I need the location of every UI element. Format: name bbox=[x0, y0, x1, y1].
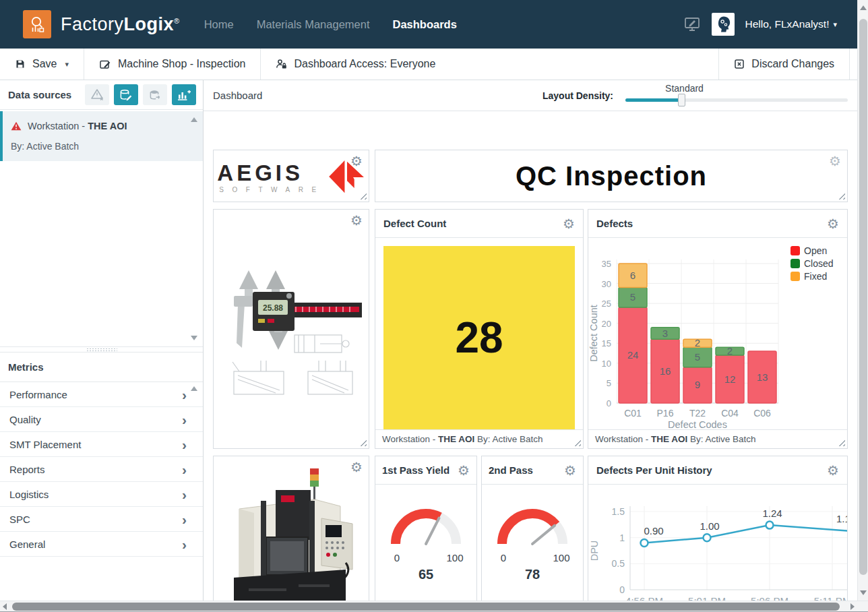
edit-data-source-button[interactable] bbox=[114, 84, 138, 105]
svg-text:5:01 PM: 5:01 PM bbox=[688, 595, 726, 601]
discard-changes-button[interactable]: Discard Changes bbox=[719, 49, 850, 80]
clear-alerts-button[interactable] bbox=[85, 84, 109, 105]
chevron-right-icon: › bbox=[182, 537, 187, 551]
svg-text:25.88: 25.88 bbox=[263, 303, 283, 313]
data-source-list: Workstation - THE AOI By: Active Batch bbox=[0, 111, 203, 347]
horizontal-scroll-thumb[interactable] bbox=[12, 603, 840, 611]
widget-settings-gear[interactable]: ⚙ bbox=[827, 464, 839, 477]
metric-item-reports[interactable]: Reports› bbox=[0, 457, 203, 482]
svg-text:0: 0 bbox=[619, 584, 625, 595]
scroll-down-arrow[interactable] bbox=[860, 590, 867, 595]
dashboard-name-button[interactable]: Machine Shop - Inspection bbox=[84, 49, 261, 80]
metric-item-logistics[interactable]: Logistics› bbox=[0, 482, 203, 507]
layout-density-slider[interactable]: Standard bbox=[625, 84, 848, 107]
page-horizontal-scrollbar[interactable] bbox=[0, 601, 868, 611]
database-arrow-icon bbox=[148, 89, 162, 101]
svg-text:16: 16 bbox=[660, 365, 671, 377]
widget-settings-gear[interactable]: ⚙ bbox=[458, 464, 470, 477]
user-avatar[interactable] bbox=[712, 13, 735, 36]
nav-dashboards[interactable]: Dashboards bbox=[392, 18, 456, 31]
chevron-right-icon: › bbox=[182, 462, 187, 477]
widget-settings-gear[interactable]: ⚙ bbox=[350, 214, 363, 227]
widget-defect-count: Defect Count ⚙ 28 Workstation - THE AOI … bbox=[375, 209, 584, 449]
svg-text:24: 24 bbox=[627, 349, 639, 361]
nav-home[interactable]: Home bbox=[204, 18, 234, 31]
widget-first-pass-yield: 1st Pass Yield ⚙ 010065 Workstation - TH… bbox=[375, 456, 477, 601]
metrics-scroll-up[interactable] bbox=[191, 386, 197, 391]
data-source-item[interactable]: Workstation - THE AOI By: Active Batch bbox=[0, 111, 203, 161]
svg-text:78: 78 bbox=[525, 567, 540, 582]
slider-thumb[interactable] bbox=[678, 94, 685, 106]
widget-footer: Workstation - THE AOI By: Active Batch bbox=[375, 429, 583, 448]
panel-splitter[interactable] bbox=[0, 347, 203, 353]
scroll-up-arrow[interactable] bbox=[860, 5, 867, 10]
svg-text:Fixed: Fixed bbox=[804, 271, 827, 282]
scroll-right-arrow[interactable] bbox=[850, 603, 855, 610]
sidebar: Data sources bbox=[0, 80, 204, 601]
layout-density-value: Standard bbox=[658, 83, 712, 94]
dpu-line-chart: 00.511.54:56 PM5:01 PM5:06 PM5:11 PMDPU0… bbox=[588, 485, 847, 601]
chevron-right-icon: › bbox=[182, 512, 187, 526]
nav-materials-management[interactable]: Materials Management bbox=[257, 18, 370, 31]
svg-text:5: 5 bbox=[695, 351, 700, 363]
defect-count-title: Defect Count bbox=[383, 218, 446, 229]
person-lock-icon bbox=[276, 59, 287, 69]
widget-settings-gear[interactable]: ⚙ bbox=[350, 154, 363, 168]
list-scroll-down[interactable] bbox=[191, 336, 197, 340]
svg-text:0: 0 bbox=[607, 398, 611, 408]
page-vertical-scrollbar[interactable] bbox=[857, 0, 868, 601]
dpu-history-title: Defects Per Unit History bbox=[596, 464, 712, 476]
svg-text:4:56 PM: 4:56 PM bbox=[625, 595, 663, 601]
user-menu[interactable]: Hello, FLxAnalyst!▾ bbox=[745, 18, 837, 30]
display-edit-icon[interactable] bbox=[683, 16, 701, 32]
dashboard-access-button[interactable]: Dashboard Access: Everyone bbox=[261, 49, 719, 80]
svg-text:10: 10 bbox=[602, 359, 611, 369]
warning-remove-icon bbox=[90, 88, 104, 101]
widget-settings-gear[interactable]: ⚙ bbox=[350, 460, 363, 474]
data-sources-title: Data sources bbox=[8, 89, 71, 100]
list-scroll-up[interactable] bbox=[191, 117, 197, 122]
svg-text:35: 35 bbox=[602, 259, 611, 269]
chevron-right-icon: › bbox=[182, 487, 187, 501]
svg-text:2: 2 bbox=[695, 337, 700, 348]
widget-machine-image: ⚙ bbox=[213, 456, 369, 601]
svg-text:65: 65 bbox=[418, 567, 433, 582]
metric-item-quality[interactable]: Quality› bbox=[0, 407, 203, 432]
widget-settings-gear[interactable]: ⚙ bbox=[829, 154, 841, 168]
metric-item-general[interactable]: General› bbox=[0, 532, 203, 557]
add-widget-button[interactable] bbox=[172, 84, 196, 105]
widget-settings-gear[interactable]: ⚙ bbox=[564, 464, 576, 477]
svg-text:C06: C06 bbox=[753, 408, 771, 419]
save-dropdown-caret[interactable]: ▾ bbox=[65, 60, 69, 69]
app-header: FactoryLogix® Home Materials Management … bbox=[0, 0, 857, 49]
brand-title: FactoryLogix® bbox=[61, 14, 180, 35]
chevron-right-icon: › bbox=[182, 437, 187, 452]
caliper-image: 25.88 bbox=[214, 210, 369, 447]
svg-text:30: 30 bbox=[602, 279, 611, 289]
save-button[interactable]: Save ▾ bbox=[0, 49, 84, 80]
svg-text:6: 6 bbox=[630, 270, 636, 281]
svg-text:15: 15 bbox=[602, 338, 611, 348]
svg-text:9: 9 bbox=[695, 379, 700, 390]
metric-item-performance[interactable]: Performance› bbox=[0, 382, 203, 407]
widget-dpu-history: Defects Per Unit History ⚙ 00.511.54:56 … bbox=[588, 456, 848, 601]
svg-text:5: 5 bbox=[630, 291, 636, 303]
widget-settings-gear[interactable]: ⚙ bbox=[827, 217, 839, 231]
metric-item-spc[interactable]: SPC› bbox=[0, 507, 203, 532]
chevron-down-icon: ▾ bbox=[833, 20, 837, 29]
scroll-left-arrow[interactable] bbox=[3, 603, 7, 610]
vertical-scroll-thumb[interactable] bbox=[859, 19, 867, 575]
svg-text:Defect Codes: Defect Codes bbox=[668, 419, 727, 430]
metric-item-smt-placement[interactable]: SMT Placement› bbox=[0, 432, 203, 457]
import-data-source-button[interactable] bbox=[143, 84, 167, 105]
svg-text:1.24: 1.24 bbox=[762, 508, 782, 519]
aegis-logo: AEGIS SOFTWARE bbox=[214, 150, 369, 202]
resize-handle[interactable] bbox=[837, 191, 845, 200]
defect-count-value-box: 28 bbox=[383, 246, 575, 429]
svg-text:2: 2 bbox=[727, 345, 733, 357]
svg-text:C04: C04 bbox=[721, 408, 739, 419]
svg-text:12: 12 bbox=[724, 373, 736, 385]
dashboard-label: Dashboard bbox=[213, 90, 262, 101]
widget-second-pass: 2nd Pass ⚙ 010078 Workstation - THE AOI … bbox=[481, 456, 584, 601]
widget-settings-gear[interactable]: ⚙ bbox=[563, 217, 575, 231]
